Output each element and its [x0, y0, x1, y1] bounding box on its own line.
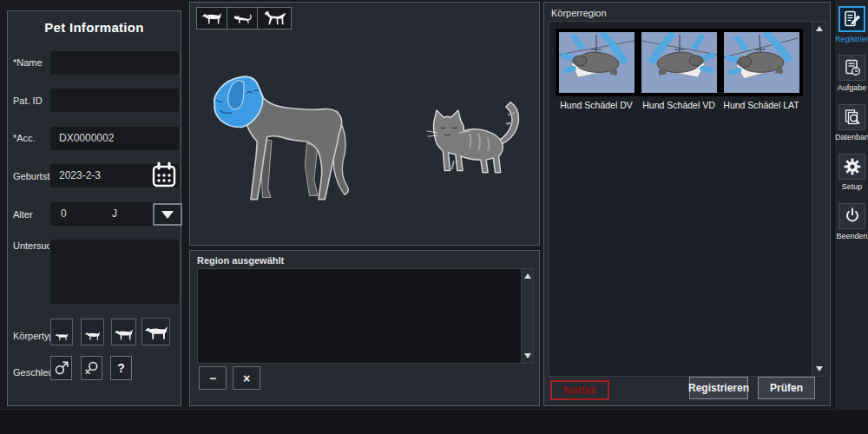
register-tile[interactable] — [838, 6, 865, 32]
positioning-diagram-dv — [556, 29, 638, 96]
gender-female-button[interactable] — [81, 356, 102, 380]
positioning-diagram-lat — [720, 29, 803, 96]
bodytype-medium-button[interactable] — [81, 319, 104, 345]
acc-label: *Acc. — [13, 133, 36, 143]
pet-information-panel: Pet Information *Name Pat. ID *Acc. DX00… — [7, 10, 181, 406]
body-region-panel: Körperregion Hund Schädel DV Hund Schäde… — [543, 2, 831, 406]
emergency-button[interactable]: Notfall — [550, 380, 609, 400]
dog-icon — [201, 10, 222, 26]
body-region-list[interactable]: Hund Schädel DV Hund Schädel VD Hund Sch… — [549, 21, 826, 377]
region-selected-list[interactable] — [197, 268, 534, 364]
bodytype-xlarge-button[interactable] — [141, 318, 170, 345]
age-unit-dropdown[interactable] — [153, 203, 182, 226]
exam-textarea[interactable] — [50, 240, 179, 304]
cat-figure[interactable] — [414, 95, 531, 194]
thumbnail-caption: Hund Schädel DV — [553, 100, 640, 110]
region-selected-label: Region ausgewählt — [197, 255, 284, 266]
remove-region-button[interactable]: − — [199, 366, 227, 390]
pat-id-input[interactable] — [50, 89, 179, 112]
male-icon — [52, 358, 71, 378]
species-dog-button[interactable] — [196, 7, 227, 30]
application-window: Pet Information *Name Pat. ID *Acc. DX00… — [0, 0, 868, 434]
body-region-scrollbar[interactable] — [812, 22, 825, 376]
region-list-scrollbar[interactable] — [521, 269, 533, 363]
check-button[interactable]: Prüfen — [758, 377, 815, 399]
exam-label: Untersuchung — [13, 240, 49, 251]
bodytype-small-button[interactable] — [50, 319, 73, 345]
acc-input[interactable]: DX0000002 — [50, 127, 179, 150]
horse-icon — [262, 9, 286, 28]
species-cat-button[interactable] — [227, 7, 258, 30]
task-tile[interactable] — [838, 55, 865, 81]
scroll-down-icon[interactable] — [816, 366, 823, 372]
sidebar-nav: Registrieren Aufgabe — [834, 0, 868, 409]
gender-unknown-button[interactable]: ? — [110, 356, 132, 380]
task-list-icon — [843, 58, 862, 77]
thumbnail-caption: Hund Schädel LAT — [718, 100, 805, 110]
female-icon — [82, 358, 102, 378]
status-bar — [0, 409, 868, 434]
setup-tile[interactable] — [838, 154, 865, 180]
gender-male-button[interactable] — [50, 356, 72, 380]
dog-xlarge-icon — [144, 324, 168, 342]
exit-tile[interactable] — [838, 203, 865, 229]
question-icon: ? — [117, 361, 125, 375]
dog-large-icon — [114, 327, 134, 342]
database-search-icon — [843, 108, 862, 127]
name-input[interactable] — [50, 51, 179, 75]
thumbnail-hund-schaedel-vd[interactable]: Hund Schädel VD — [638, 29, 722, 110]
power-icon — [842, 206, 863, 227]
scroll-up-icon[interactable] — [816, 26, 823, 31]
species-horse-button[interactable] — [257, 7, 292, 30]
bodytype-label: Körpertyp — [13, 331, 55, 341]
register-button[interactable]: Registrieren — [689, 377, 748, 399]
dog-figure[interactable] — [206, 53, 364, 207]
thumbnail-caption: Hund Schädel VD — [635, 100, 722, 110]
body-region-label: Körperregion — [551, 8, 607, 18]
gear-icon — [842, 156, 863, 177]
clear-region-button[interactable]: × — [233, 366, 260, 390]
thumbnail-hund-schaedel-lat[interactable]: Hund Schädel LAT — [720, 29, 805, 110]
calendar-icon[interactable] — [148, 160, 180, 191]
region-selected-panel: Region ausgewählt − × — [189, 250, 540, 406]
name-label: *Name — [13, 57, 43, 68]
dog-small-icon — [55, 332, 69, 342]
panel-title: Pet Information — [8, 20, 181, 35]
dog-medium-icon — [84, 330, 101, 342]
chevron-down-icon — [161, 211, 174, 219]
register-form-icon — [843, 10, 862, 29]
scroll-down-icon[interactable] — [524, 353, 531, 358]
animal-figure-panel — [189, 2, 540, 246]
age-label: Alter — [13, 209, 33, 220]
database-tile[interactable] — [838, 104, 865, 130]
thumbnail-hund-schaedel-dv[interactable]: Hund Schädel DV — [556, 29, 640, 110]
bodytype-large-button[interactable] — [111, 319, 136, 345]
cat-icon — [232, 11, 253, 25]
positioning-diagram-vd — [638, 29, 720, 96]
minus-icon: − — [209, 372, 216, 385]
close-icon: × — [243, 372, 250, 385]
scroll-up-icon[interactable] — [524, 273, 531, 279]
pat-id-label: Pat. ID — [13, 95, 43, 106]
